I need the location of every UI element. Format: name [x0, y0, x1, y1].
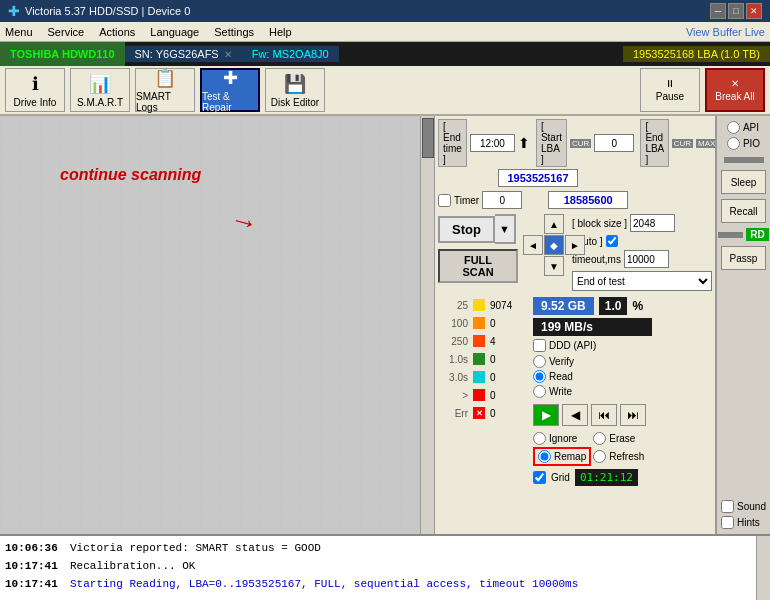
skip-prev-button[interactable]: ⏮ [591, 404, 617, 426]
sleep-button[interactable]: Sleep [721, 170, 766, 194]
erase-radio[interactable] [593, 432, 606, 445]
stat-bar-25 [473, 299, 485, 311]
stop-button[interactable]: Stop [438, 216, 495, 243]
api-radio[interactable] [727, 121, 740, 134]
pio-radio[interactable] [727, 137, 740, 150]
direction-center-button[interactable]: ◆ [544, 235, 564, 255]
stat-row-100: 100 0 [438, 315, 525, 331]
break-all-button[interactable]: ✕ Break All [705, 68, 765, 112]
pause-button[interactable]: ⏸ Pause [640, 68, 700, 112]
drive-info-icon: ℹ [32, 73, 39, 95]
verify-radio[interactable] [533, 355, 546, 368]
hints-checkbox[interactable] [721, 516, 734, 529]
maximize-button[interactable]: □ [728, 3, 744, 19]
disk-editor-icon: 💾 [284, 73, 306, 95]
drive-sn: SN: Y6GS26AFS ✕ [125, 46, 242, 62]
close-drive-button[interactable]: ✕ [224, 49, 232, 60]
refresh-radio[interactable] [593, 450, 606, 463]
ddd-api-checkbox[interactable] [533, 339, 546, 352]
playback-controls: ▶ ◀ ⏮ ⏭ [533, 404, 652, 426]
view-buffer-link[interactable]: View Buffer Live [686, 26, 765, 38]
smart-logs-icon: 📋 [154, 67, 176, 89]
timer-checkbox[interactable] [438, 194, 451, 207]
menu-item-language[interactable]: Language [150, 26, 199, 38]
stat-bar-gt [473, 389, 485, 401]
direction-up-button[interactable]: ▲ [544, 214, 564, 234]
stat-row-gt: > 0 [438, 387, 525, 403]
log-area: 10:06:36 Victoria reported: SMART status… [0, 534, 770, 600]
timeout-input[interactable] [624, 250, 669, 268]
write-radio[interactable] [533, 385, 546, 398]
drive-info-button[interactable]: ℹ Drive Info [5, 68, 65, 112]
disk-editor-button[interactable]: 💾 Disk Editor [265, 68, 325, 112]
scan-scrollbar-thumb[interactable] [422, 118, 434, 158]
grid-checkbox[interactable] [533, 471, 546, 484]
start-lba-label: [ Start LBA ] [536, 119, 567, 167]
menu-item-menu[interactable]: Menu [5, 26, 33, 38]
test-repair-button[interactable]: ✚ Test & Repair [200, 68, 260, 112]
write-label: Write [549, 386, 572, 397]
smart-button[interactable]: 📊 S.M.A.R.T [70, 68, 130, 112]
app-icon: ✚ [8, 3, 20, 19]
close-button[interactable]: ✕ [746, 3, 762, 19]
log-line-2: 10:17:41 Recalibration... OK [5, 557, 751, 575]
end-of-test-select[interactable]: End of test [572, 271, 712, 291]
timer-input[interactable] [482, 191, 522, 209]
menu-item-settings[interactable]: Settings [214, 26, 254, 38]
ignore-radio[interactable] [533, 432, 546, 445]
toolbar: ℹ Drive Info 📊 S.M.A.R.T 📋 SMART Logs ✚ … [0, 66, 770, 116]
block-size-label: [ block size ] [572, 218, 627, 229]
recall-button[interactable]: Recall [721, 199, 766, 223]
prev-button[interactable]: ◀ [562, 404, 588, 426]
end-time-input[interactable] [470, 134, 515, 152]
remap-radio[interactable] [538, 450, 551, 463]
direction-down-button[interactable]: ▼ [544, 256, 564, 276]
scan-area: continue scanning → [0, 116, 435, 534]
play-button[interactable]: ▶ [533, 404, 559, 426]
direction-left-button[interactable]: ◄ [523, 235, 543, 255]
log-time-3: 10:17:41 [5, 575, 60, 593]
block-size-input[interactable] [630, 214, 675, 232]
sound-checkbox[interactable] [721, 500, 734, 513]
api-label: API [743, 122, 759, 133]
pct-symbol: % [632, 299, 643, 313]
skip-next-button[interactable]: ⏭ [620, 404, 646, 426]
stat-bar-1s [473, 353, 485, 365]
block-size-auto-checkbox[interactable] [606, 235, 618, 247]
stop-dropdown[interactable]: ▼ [495, 214, 516, 244]
passp-button[interactable]: Passp [721, 246, 766, 270]
drive-name-tab[interactable]: TOSHIBA HDWD110 [0, 42, 125, 66]
timer-label: Timer [454, 195, 479, 206]
rd-mode-bar [718, 232, 743, 238]
menu-item-help[interactable]: Help [269, 26, 292, 38]
refresh-label: Refresh [609, 451, 644, 462]
end-lba-bottom-input[interactable] [548, 191, 628, 209]
minimize-button[interactable]: ─ [710, 3, 726, 19]
direction-right-button[interactable]: ► [565, 235, 585, 255]
read-mode-group: Verify Read Write [533, 355, 652, 398]
end-time-spinner[interactable]: ⬆ [518, 135, 530, 151]
drive-fw: Fw: MS2OA8J0 [242, 46, 339, 62]
stat-row-err: Err ✕ 0 [438, 405, 525, 421]
erase-label: Erase [609, 433, 635, 444]
full-scan-button[interactable]: FULL SCAN [438, 249, 518, 283]
stat-row-25: 25 9074 [438, 297, 525, 313]
title-bar: ✚ Victoria 5.37 HDD/SSD | Device 0 ─ □ ✕ [0, 0, 770, 22]
direction-diamond: ▲ ◄ ◆ ► ▼ [523, 214, 567, 276]
sound-hints-group: Sound Hints [721, 500, 766, 529]
menu-item-service[interactable]: Service [48, 26, 85, 38]
app-title: Victoria 5.37 HDD/SSD | Device 0 [25, 5, 190, 17]
smart-logs-button[interactable]: 📋 SMART Logs [135, 68, 195, 112]
grid-row: Grid 01:21:12 [533, 469, 652, 486]
log-time-1: 10:06:36 [5, 539, 60, 557]
read-radio[interactable] [533, 370, 546, 383]
scan-scrollbar[interactable] [420, 116, 434, 534]
menu-item-actions[interactable]: Actions [99, 26, 135, 38]
end-lba-cur-badge: CUR [672, 139, 693, 148]
grid-label: Grid [551, 472, 570, 483]
size-badge: 9.52 GB [533, 297, 594, 315]
start-lba-input[interactable] [594, 134, 634, 152]
menu-bar: Menu Service Actions Language Settings H… [0, 22, 770, 42]
end-lba-value-input[interactable] [498, 169, 578, 187]
log-scrollbar[interactable] [756, 536, 770, 600]
